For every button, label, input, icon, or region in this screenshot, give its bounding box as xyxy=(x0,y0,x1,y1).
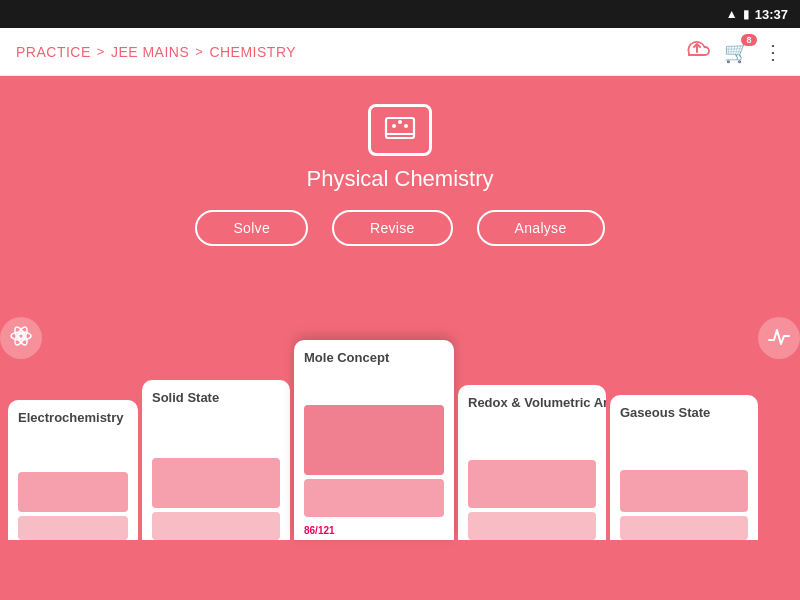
subject-header: Physical Chemistry Solve Revise Analyse xyxy=(0,76,800,280)
revise-button[interactable]: Revise xyxy=(332,210,453,246)
card-bar-area-0 xyxy=(18,433,128,540)
breadcrumb-practice[interactable]: PRACTICE xyxy=(16,44,91,60)
top-nav: PRACTICE > JEE MAINS > CHEMISTRY 🛒 8 ⋮ xyxy=(0,28,800,76)
card-bar-area-3 xyxy=(468,418,596,540)
breadcrumb-sep1: > xyxy=(97,44,105,59)
wifi-icon: ▲ xyxy=(726,7,738,21)
card-bar-4-0 xyxy=(620,470,748,512)
card-bar-area-2: 86/121 xyxy=(304,373,444,540)
breadcrumb: PRACTICE > JEE MAINS > CHEMISTRY xyxy=(16,44,296,60)
svg-point-7 xyxy=(392,124,396,128)
card-bar-4-1 xyxy=(620,516,748,540)
breadcrumb-sep2: > xyxy=(195,44,203,59)
card-bar-1-1 xyxy=(152,512,280,540)
card-title-4: Gaseous State xyxy=(620,405,748,420)
svg-point-0 xyxy=(19,333,24,338)
status-time: 13:37 xyxy=(755,7,788,22)
card-bar-area-1 xyxy=(152,413,280,540)
card-title-0: Electrochemistry xyxy=(18,410,128,425)
breadcrumb-subject[interactable]: CHEMISTRY xyxy=(209,44,296,60)
next-subject-button[interactable] xyxy=(758,317,800,359)
cards-container: ElectrochemistrySolid StateMole Concept8… xyxy=(0,320,800,540)
card-bar-3-0 xyxy=(468,460,596,508)
card-bar-3-1 xyxy=(468,512,596,540)
cart-badge: 8 xyxy=(741,34,757,46)
sqrt-icon xyxy=(767,324,791,353)
topic-card-4[interactable]: Gaseous State xyxy=(610,395,758,540)
card-bar-0-0 xyxy=(18,472,128,512)
card-title-1: Solid State xyxy=(152,390,280,405)
card-bar-area-4 xyxy=(620,428,748,540)
card-progress-2: 86/121 xyxy=(304,525,444,540)
card-bar-1-0 xyxy=(152,458,280,508)
subject-icon-box xyxy=(368,104,432,156)
card-title-3: Redox & Volumetric Analysis xyxy=(468,395,596,410)
card-bar-0-1 xyxy=(18,516,128,540)
card-title-2: Mole Concept xyxy=(304,350,444,365)
topic-card-0[interactable]: Electrochemistry xyxy=(8,400,138,540)
topic-card-2[interactable]: Mole Concept86/121 xyxy=(294,340,454,540)
main-content: Physical Chemistry Solve Revise Analyse … xyxy=(0,76,800,600)
svg-point-8 xyxy=(404,124,408,128)
more-button[interactable]: ⋮ xyxy=(763,40,784,64)
upload-button[interactable] xyxy=(684,38,710,65)
subject-title: Physical Chemistry xyxy=(306,166,493,192)
cart-button[interactable]: 🛒 8 xyxy=(724,40,749,64)
battery-icon: ▮ xyxy=(743,7,750,21)
action-buttons: Solve Revise Analyse xyxy=(195,210,604,246)
topic-card-3[interactable]: Redox & Volumetric Analysis xyxy=(458,385,606,540)
svg-point-9 xyxy=(398,120,402,124)
card-bar-2-1 xyxy=(304,479,444,517)
analyse-button[interactable]: Analyse xyxy=(477,210,605,246)
solve-button[interactable]: Solve xyxy=(195,210,308,246)
breadcrumb-jee-mains[interactable]: JEE MAINS xyxy=(111,44,189,60)
status-icons: ▲ ▮ 13:37 xyxy=(726,7,788,22)
atom-icon xyxy=(9,324,33,353)
status-bar: ▲ ▮ 13:37 xyxy=(0,0,800,28)
topic-card-1[interactable]: Solid State xyxy=(142,380,290,540)
prev-subject-button[interactable] xyxy=(0,317,42,359)
card-bar-2-0 xyxy=(304,405,444,475)
nav-actions: 🛒 8 ⋮ xyxy=(684,38,784,65)
